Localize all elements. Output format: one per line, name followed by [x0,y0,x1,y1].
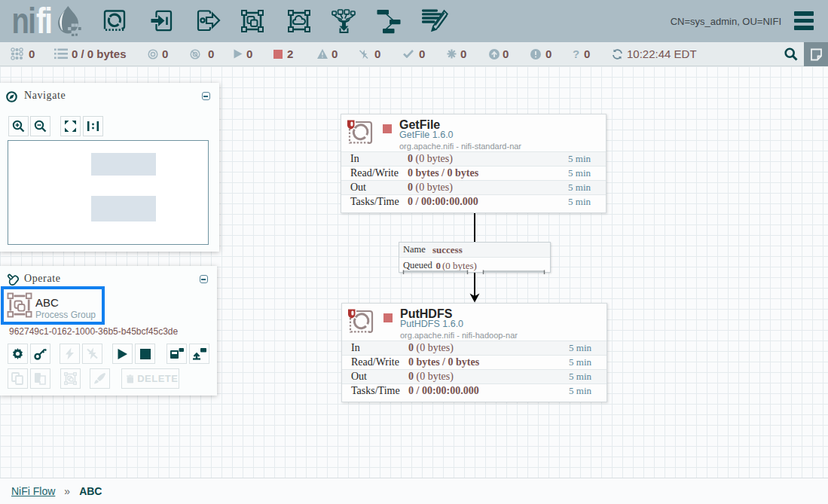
svg-text:fi: fi [36,0,51,41]
svg-text:ni: ni [11,0,35,41]
